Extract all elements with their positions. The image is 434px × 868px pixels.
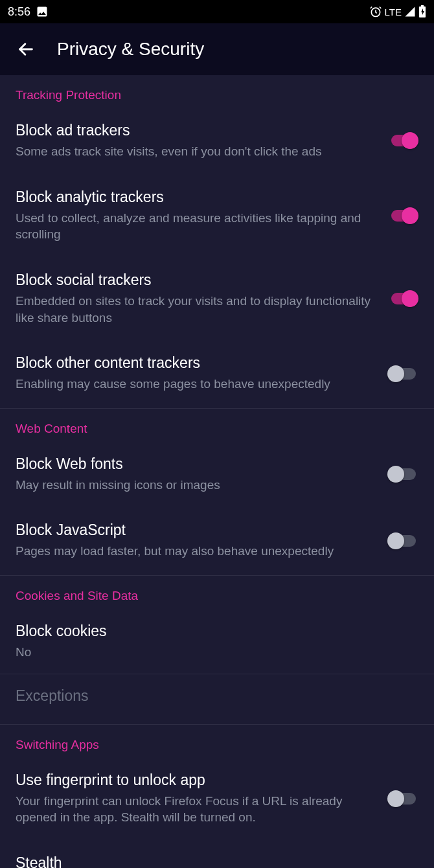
pref-block-javascript[interactable]: Block JavaScript Pages may load faster, … <box>0 508 434 575</box>
pref-subtitle: Used to collect, analyze and measure act… <box>16 210 378 243</box>
pref-block-web-fonts[interactable]: Block Web fonts May result in missing ic… <box>0 442 434 509</box>
section-cookies: Cookies and Site Data <box>0 576 434 610</box>
pref-title: Block analytic trackers <box>16 188 378 206</box>
pref-block-other-trackers[interactable]: Block other content trackers Enabling ma… <box>0 341 434 408</box>
app-header: Privacy & Security <box>0 23 434 75</box>
back-button[interactable] <box>13 36 39 62</box>
pref-title: Block cookies <box>16 622 418 640</box>
pref-title: Block ad trackers <box>16 122 378 139</box>
section-switching-apps: Switching Apps <box>0 725 434 759</box>
pref-title: Block other content trackers <box>16 354 378 372</box>
toggle-block-social-trackers[interactable] <box>389 291 418 306</box>
image-icon <box>36 5 49 18</box>
pref-title: Block JavaScript <box>16 521 378 539</box>
arrow-left-icon <box>17 40 35 58</box>
pref-exceptions[interactable]: Exceptions <box>0 674 434 724</box>
toggle-fingerprint-unlock[interactable] <box>389 791 418 806</box>
pref-subtitle: Enabling may cause some pages to behave … <box>16 376 378 393</box>
pref-title: Stealth <box>16 854 418 868</box>
toggle-block-ad-trackers[interactable] <box>389 133 418 148</box>
pref-block-cookies[interactable]: Block cookies No <box>0 610 434 674</box>
pref-stealth[interactable]: Stealth <box>0 841 434 868</box>
section-tracking-protection: Tracking Protection <box>0 75 434 109</box>
network-label: LTE <box>385 6 402 17</box>
toggle-block-web-fonts[interactable] <box>389 466 418 482</box>
pref-subtitle: Pages may load faster, but may also beha… <box>16 543 378 560</box>
pref-subtitle: Your fingerprint can unlock Firefox Focu… <box>16 793 378 826</box>
pref-block-ad-trackers[interactable]: Block ad trackers Some ads track site vi… <box>0 109 434 176</box>
signal-icon <box>404 6 416 17</box>
pref-subtitle: Embedded on sites to track your visits a… <box>16 293 378 326</box>
pref-title: Use fingerprint to unlock app <box>16 771 378 789</box>
alarm-icon <box>369 5 382 18</box>
status-bar: 8:56 LTE <box>0 0 434 23</box>
toggle-block-other-trackers[interactable] <box>389 366 418 382</box>
pref-subtitle: Some ads track site visits, even if you … <box>16 143 378 160</box>
pref-title: Block social trackers <box>16 271 378 289</box>
section-web-content: Web Content <box>0 409 434 442</box>
pref-block-analytic-trackers[interactable]: Block analytic trackers Used to collect,… <box>0 176 434 258</box>
status-time: 8:56 <box>8 5 30 19</box>
pref-subtitle: May result in missing icons or images <box>16 477 378 494</box>
pref-subtitle: No <box>16 644 418 661</box>
toggle-block-analytic-trackers[interactable] <box>389 208 418 223</box>
battery-icon <box>418 5 426 18</box>
pref-title: Exceptions <box>16 687 418 705</box>
svg-rect-2 <box>421 5 424 6</box>
pref-block-social-trackers[interactable]: Block social trackers Embedded on sites … <box>0 258 434 341</box>
pref-title: Block Web fonts <box>16 455 378 473</box>
page-title: Privacy & Security <box>57 39 204 60</box>
toggle-block-javascript[interactable] <box>389 533 418 549</box>
pref-fingerprint-unlock[interactable]: Use fingerprint to unlock app Your finge… <box>0 759 434 841</box>
